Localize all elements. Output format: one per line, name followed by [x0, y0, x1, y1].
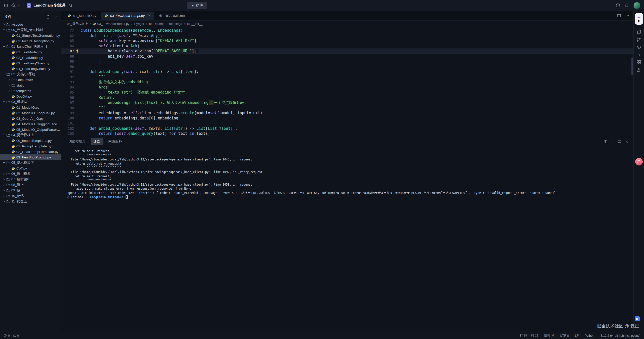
code-line[interactable]: 90 [61, 64, 633, 69]
tree-folder[interactable]: 04_提示模板上 [0, 132, 61, 138]
tree-file[interactable]: 03_FewShotPrompt.py [0, 154, 61, 160]
close-tab-icon[interactable] [148, 14, 151, 18]
tree-file[interactable]: 03_TextLangChain.py [0, 60, 61, 66]
lightbulb-icon[interactable] [75, 49, 79, 53]
editor-tab[interactable]: 01_ModelIO.py [64, 12, 100, 20]
code-line[interactable]: 77class DoubaoEmbeddings(BaseModel, Embe… [61, 28, 633, 33]
tree-file[interactable]: 02_ChatModel.py [0, 55, 61, 60]
split-terminal-icon[interactable] [603, 140, 608, 144]
status-item[interactable]: UTF-8 [560, 334, 569, 337]
sidebar-toggle-icon[interactable] [4, 3, 8, 8]
tree-folder[interactable]: 10_记忆 [0, 193, 61, 199]
line-number[interactable]: 91 [61, 69, 74, 74]
terminal[interactable]: return self._request( ^^^^^^^^^^^^^^ Fil… [61, 146, 633, 332]
line-number[interactable]: 77 [61, 28, 74, 33]
tree-file[interactable]: 01_PromptTemplate.py [0, 143, 61, 149]
line-number[interactable]: 103 [61, 131, 74, 136]
tree-folder[interactable]: templates [0, 88, 61, 94]
breadcrumb-item[interactable]: Pyright [134, 22, 144, 26]
tree-file[interactable]: 01_SimpleTextGeneration.py [0, 33, 61, 38]
git-branch-icon[interactable] [636, 37, 642, 42]
tree-file[interactable]: 02_ChatPromptTemplate.py [0, 149, 61, 154]
code-line[interactable]: 101 [61, 121, 633, 126]
status-item[interactable]: 3.12.2 64-bit ('shims': pyenv) [600, 334, 640, 337]
split-editor-icon[interactable] [617, 14, 621, 18]
breadcrumb-item[interactable]: 04_提示模板上 [67, 22, 88, 26]
tree-file[interactable]: 01_ModelIO.py [0, 105, 61, 110]
line-number[interactable]: 85 [61, 38, 74, 44]
editor-tab[interactable]: 03_FewShotPrompt.py [101, 12, 154, 20]
code-line[interactable]: 103 return [self.embed_query(text) for t… [61, 131, 633, 136]
tree-folder[interactable]: 06_调用模型 [0, 171, 61, 177]
run-button[interactable]: 运行 [187, 2, 207, 9]
status-item[interactable]: Python [585, 334, 594, 337]
line-number[interactable]: 102 [61, 126, 74, 131]
tree-file[interactable]: 03_OpenAI_IO.py [0, 116, 61, 121]
avatar[interactable] [633, 2, 640, 9]
notifications-icon[interactable] [625, 3, 629, 8]
code-line[interactable]: 89 ) [61, 59, 633, 64]
tree-file[interactable]: 01_TextModel.py [0, 49, 61, 55]
line-number[interactable]: 98 [61, 105, 74, 111]
code-line[interactable]: 98 """ [61, 105, 633, 111]
ai-assistant-button[interactable]: AI [635, 13, 643, 25]
code-line[interactable]: 92 """ [61, 74, 633, 80]
line-number[interactable]: 89 [61, 59, 74, 64]
tree-folder[interactable]: 02_文档QA系统 [0, 71, 61, 77]
blue-floating-button[interactable] [635, 316, 640, 321]
tree-folder[interactable]: .vscode [0, 22, 61, 27]
tree-folder[interactable]: 09_链下 [0, 188, 61, 193]
tree-folder[interactable]: 05_提示模板下 [0, 160, 61, 165]
bug-icon[interactable] [636, 52, 642, 57]
tree-file[interactable]: DocQA.py [0, 94, 61, 99]
editor-tab[interactable]: README.md [155, 12, 188, 20]
assistant-floating-button[interactable] [635, 158, 643, 165]
close-panel-icon[interactable] [625, 140, 629, 144]
code-editor[interactable]: 77class DoubaoEmbeddings(BaseModel, Embe… [61, 27, 633, 137]
files-icon[interactable] [636, 29, 642, 35]
tree-folder[interactable]: 01_LangChain快速入门 [0, 44, 61, 49]
line-number[interactable]: 93 [61, 79, 74, 85]
terminal-dropdown-icon[interactable] [611, 140, 614, 143]
line-number[interactable]: 96 [61, 95, 74, 100]
code-line[interactable]: 94 Args: [61, 85, 633, 90]
code-line[interactable]: 100 return embeddings.data[0].embedding [61, 116, 633, 121]
flask-icon[interactable] [636, 67, 642, 72]
editor-scrollbar[interactable] [631, 57, 633, 75]
eye-icon[interactable] [636, 44, 642, 50]
status-item[interactable]: LF [575, 334, 579, 337]
line-number[interactable]: 101 [61, 121, 74, 126]
panel-tab[interactable]: 调试控制台 [65, 138, 89, 145]
code-line[interactable]: 91 def embed_query(self, text: str) -> L… [61, 69, 633, 74]
breadcrumb-item[interactable]: CDoubaoEmbeddings [149, 22, 182, 26]
line-number[interactable]: 86 [61, 44, 74, 49]
panel-tab[interactable]: 终端 [91, 138, 103, 145]
breadcrumb-item[interactable]: ƒ__init__ [187, 22, 203, 26]
tree-file[interactable]: 04_ModelIO_HuggingFace.py [0, 121, 61, 127]
tree-file[interactable]: CoT.py [0, 165, 61, 171]
line-number[interactable]: 100 [61, 116, 74, 121]
panel-tab[interactable]: 网络服务 [105, 138, 125, 145]
code-line[interactable]: 82 def __init__(self, **data: Any): [61, 33, 633, 38]
breadcrumb-item[interactable]: 03_FewShotPrompt.py [93, 22, 129, 26]
collapse-all-icon[interactable] [53, 15, 57, 19]
tree-folder[interactable]: 00_开篇词_奇点时刻 [0, 27, 61, 33]
tree-folder[interactable]: 08_链上 [0, 182, 61, 188]
more-actions-icon[interactable] [625, 14, 629, 18]
grid-icon[interactable] [636, 59, 642, 65]
line-number[interactable]: 94 [61, 85, 74, 90]
line-number[interactable]: 95 [61, 90, 74, 95]
panel-layout-icon[interactable] [617, 140, 621, 144]
tree-file[interactable]: 00_ImportTemplates.py [0, 138, 61, 143]
new-file-icon[interactable] [46, 15, 50, 19]
line-number[interactable]: 82 [61, 33, 74, 38]
tree-folder[interactable]: 11_代理上 [0, 199, 61, 204]
line-number[interactable]: 99 [61, 110, 74, 116]
code-line[interactable]: 93 生成输入文本的 embedding. [61, 79, 633, 85]
code-line[interactable]: 85 self.api_key = os.environ["OPENAI_API… [61, 38, 633, 44]
tree-folder[interactable]: OneFlower [0, 77, 61, 82]
app-menu-button[interactable] [11, 3, 20, 8]
problems-indicator[interactable]: 0 0 [4, 334, 20, 337]
search-icon[interactable] [68, 3, 73, 8]
code-line[interactable]: 97 embeddings (List[float]): 输入文本的 embed… [61, 100, 633, 105]
